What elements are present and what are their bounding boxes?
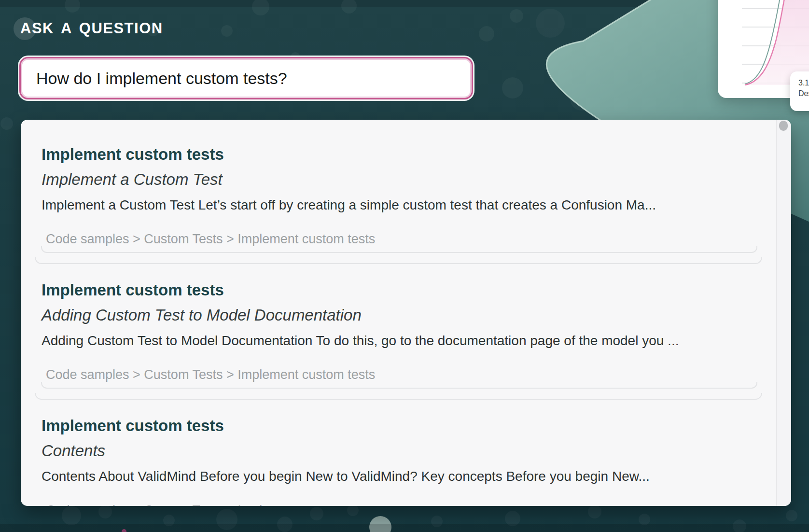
chart-caption-line2: Des bbox=[798, 88, 809, 99]
result-title: Implement custom tests bbox=[42, 280, 757, 300]
result-title: Implement custom tests bbox=[42, 145, 757, 164]
background-bottom-band bbox=[0, 524, 809, 532]
result-snippet: Implement a Custom Test Let’s start off … bbox=[42, 196, 757, 214]
background-dot bbox=[786, 510, 797, 521]
search-result[interactable]: Implement custom tests Contents Contents… bbox=[21, 400, 777, 506]
background-dot bbox=[341, 0, 357, 14]
background-dot bbox=[98, 505, 112, 518]
result-breadcrumb: Code samples > Custom Tests > Implement … bbox=[42, 367, 757, 382]
result-subtitle: Implement a Custom Test bbox=[42, 170, 757, 189]
result-subtitle: Contents bbox=[42, 441, 757, 461]
background-dot bbox=[221, 25, 233, 37]
background-dot bbox=[0, 117, 13, 130]
background-dot bbox=[639, 514, 650, 525]
result-breadcrumb: Code samples > Custom Tests > Implement … bbox=[42, 503, 757, 506]
results-scrollbar[interactable] bbox=[776, 120, 791, 506]
results-panel: Implement custom tests Implement a Custo… bbox=[21, 120, 791, 506]
chart-caption-line1: 3.1 I bbox=[798, 78, 809, 88]
scrollbar-thumb[interactable] bbox=[779, 121, 788, 131]
result-separator bbox=[41, 246, 757, 253]
question-input[interactable] bbox=[21, 58, 472, 98]
background-dot bbox=[347, 504, 359, 516]
search-result[interactable]: Implement custom tests Adding Custom Tes… bbox=[21, 264, 777, 382]
search-result[interactable]: Implement custom tests Implement a Custo… bbox=[21, 120, 777, 246]
result-separator bbox=[35, 393, 762, 400]
ask-a-question-screen: { "header": { "label": "ASK A QUESTION" … bbox=[0, 0, 809, 532]
result-snippet: Adding Custom Test to Model Documentatio… bbox=[42, 332, 757, 350]
background-dot bbox=[252, 0, 269, 15]
result-breadcrumb: Code samples > Custom Tests > Implement … bbox=[42, 232, 757, 246]
result-separator bbox=[41, 382, 757, 389]
background-dot bbox=[588, 505, 601, 518]
background-dot bbox=[310, 507, 323, 520]
question-input-box bbox=[19, 57, 473, 99]
result-subtitle: Adding Custom Test to Model Documentatio… bbox=[42, 306, 757, 325]
background-dot bbox=[65, 0, 80, 13]
background-dot bbox=[62, 506, 81, 525]
results-list: Implement custom tests Implement a Custo… bbox=[21, 120, 777, 506]
page-title: ASK A QUESTION bbox=[20, 20, 163, 37]
result-title: Implement custom tests bbox=[42, 416, 757, 435]
chart-caption-card: 3.1 I Des bbox=[790, 71, 809, 111]
result-snippet: Contents About ValidMind Before you begi… bbox=[42, 468, 757, 485]
result-separator bbox=[35, 257, 762, 264]
